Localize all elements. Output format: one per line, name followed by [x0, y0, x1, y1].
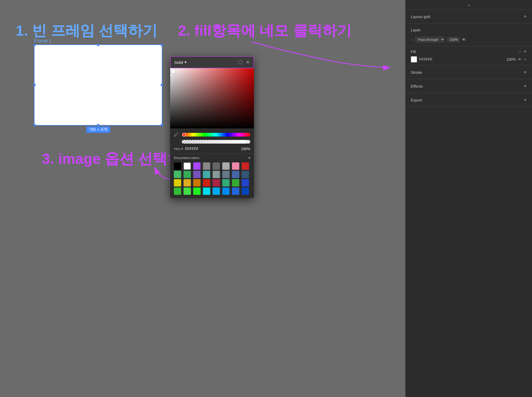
picker-close-button[interactable]: ✕	[246, 59, 250, 65]
hex-mode-button[interactable]: Hex ▾	[174, 147, 183, 151]
fill-remove-button[interactable]: −	[524, 56, 527, 63]
swatch-31[interactable]	[242, 188, 249, 195]
handle-top-right[interactable]	[161, 44, 163, 46]
swatch-30[interactable]	[232, 188, 239, 195]
swatch-19[interactable]	[203, 179, 210, 186]
layout-grid-row: Layout grid +	[411, 10, 527, 23]
fill-actions: ⋯ +	[518, 49, 527, 54]
picker-header-right: ✕	[238, 59, 250, 65]
hex-label: Hex	[174, 147, 180, 151]
effects-row: Effects +	[411, 79, 527, 93]
frame-box[interactable]: 790 × 476	[34, 44, 162, 126]
swatch-0[interactable]	[174, 162, 181, 170]
step-1-label: 1. 빈 프레임 선택하기	[16, 21, 157, 41]
alpha-thumb[interactable]	[246, 140, 250, 144]
swatch-16[interactable]	[174, 179, 181, 186]
swatch-14[interactable]	[232, 171, 239, 178]
layout-grid-add-button[interactable]: +	[524, 14, 527, 19]
swatch-10[interactable]	[193, 171, 201, 178]
color-swatches-grid	[174, 162, 250, 195]
swatch-18[interactable]	[193, 179, 201, 186]
swatch-24[interactable]	[174, 188, 181, 195]
effects-section: Effects +	[406, 79, 532, 93]
partial-top-indicator: ▲	[467, 3, 471, 7]
picker-circle-icon[interactable]	[238, 60, 242, 64]
fill-visibility-icon[interactable]: 👁	[518, 57, 522, 61]
fill-title: Fill	[411, 49, 416, 54]
swatch-15[interactable]	[242, 171, 249, 178]
layer-circle-icon: ○	[411, 38, 413, 42]
swatch-29[interactable]	[222, 188, 230, 195]
swatch-7[interactable]	[242, 162, 249, 170]
swatch-17[interactable]	[184, 179, 191, 186]
export-add-button[interactable]: +	[524, 97, 527, 103]
handle-bottom-mid[interactable]	[97, 124, 99, 126]
handle-mid-left[interactable]	[34, 84, 36, 86]
fill-grid-icon[interactable]: ⋯	[518, 49, 522, 54]
swatch-9[interactable]	[184, 171, 191, 178]
swatch-20[interactable]	[213, 179, 220, 186]
blend-mode-select[interactable]: Pass through	[415, 36, 445, 43]
stroke-row: Stroke +	[411, 65, 527, 79]
opacity-input[interactable]	[447, 37, 460, 43]
gradient-picker-area[interactable]	[170, 68, 254, 128]
picker-mode-label: Solid	[174, 60, 183, 65]
swatch-3[interactable]	[203, 162, 210, 170]
handle-top-mid[interactable]	[97, 44, 99, 46]
sliders-area: 🖊	[170, 128, 254, 146]
effects-add-button[interactable]: +	[524, 83, 527, 89]
handle-bottom-left[interactable]	[34, 124, 36, 126]
hex-input[interactable]	[185, 147, 238, 151]
swatch-12[interactable]	[213, 171, 220, 178]
swatch-2[interactable]	[193, 162, 201, 170]
picker-mode-selector[interactable]: Solid ▾	[174, 60, 187, 65]
handle-bottom-right[interactable]	[161, 124, 163, 126]
stroke-label: Stroke	[411, 70, 422, 75]
export-section: Export +	[406, 93, 532, 107]
swatch-21[interactable]	[222, 179, 230, 186]
layer-row: Layer	[411, 24, 527, 36]
swatch-28[interactable]	[213, 188, 220, 195]
frame-size-label: 790 × 476	[86, 127, 110, 133]
layer-label: Layer	[411, 28, 421, 32]
stroke-add-button[interactable]: +	[524, 70, 527, 75]
step-2-label: 2. fill항목에 네모 클릭하기	[178, 21, 352, 41]
fill-hex-value: FFFFFF	[419, 57, 505, 61]
effects-label: Effects	[411, 84, 423, 88]
handle-top-left[interactable]	[34, 44, 36, 46]
swatch-26[interactable]	[193, 188, 201, 195]
color-picker-popup: Solid ▾ ✕ 🖊	[170, 56, 254, 198]
hue-slider[interactable]	[182, 133, 250, 137]
handle-mid-right[interactable]	[161, 84, 163, 86]
fill-add-button[interactable]: +	[524, 49, 527, 54]
fill-opacity-value: 100%	[507, 57, 516, 61]
swatch-4[interactable]	[213, 162, 220, 170]
swatch-6[interactable]	[232, 162, 239, 170]
alpha-slider[interactable]	[182, 140, 250, 144]
document-colors-section: Document colors ▾	[170, 154, 254, 198]
document-colors-header[interactable]: Document colors ▾	[174, 156, 250, 160]
swatch-8[interactable]	[174, 171, 181, 178]
swatch-22[interactable]	[232, 179, 239, 186]
layer-visibility-icon[interactable]: 👁	[462, 37, 466, 42]
export-row: Export +	[411, 93, 527, 107]
fill-color-swatch[interactable]	[411, 56, 417, 63]
canvas-frame[interactable]: Frame 1 790 × 476	[34, 44, 162, 126]
swatch-27[interactable]	[203, 188, 210, 195]
hue-thumb[interactable]	[182, 133, 186, 137]
layer-controls-row: ○ Pass through 👁	[411, 36, 527, 46]
opacity-display: 100%	[240, 147, 250, 151]
fill-row: FFFFFF 100% 👁 −	[411, 56, 527, 63]
alpha-row	[174, 140, 250, 144]
swatch-5[interactable]	[222, 162, 230, 170]
swatch-1[interactable]	[184, 162, 191, 170]
layout-grid-section: Layout grid +	[406, 10, 532, 24]
swatch-25[interactable]	[184, 188, 191, 195]
swatch-13[interactable]	[222, 171, 230, 178]
eyedropper-icon[interactable]: 🖊	[174, 132, 179, 137]
swatch-11[interactable]	[203, 171, 210, 178]
gradient-handle[interactable]	[172, 70, 175, 73]
swatch-23[interactable]	[242, 179, 249, 186]
canvas-area: 1. 빈 프레임 선택하기 2. fill항목에 네모 클릭하기 3. imag…	[0, 0, 405, 397]
layer-section: Layer ○ Pass through 👁	[406, 24, 532, 46]
